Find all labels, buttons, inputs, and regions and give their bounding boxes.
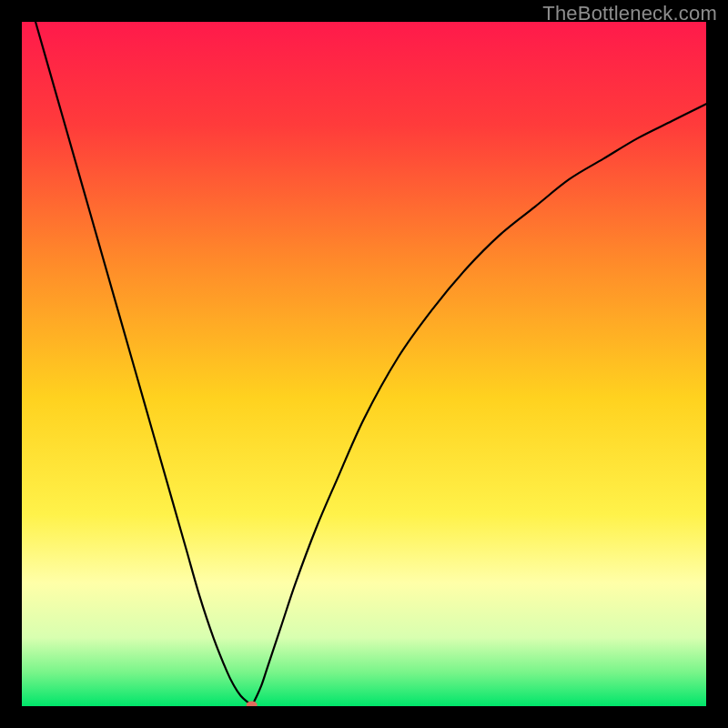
chart-svg <box>22 22 706 706</box>
chart-background <box>22 22 706 706</box>
watermark-label: TheBottleneck.com <box>542 2 717 25</box>
chart-frame <box>22 22 706 706</box>
